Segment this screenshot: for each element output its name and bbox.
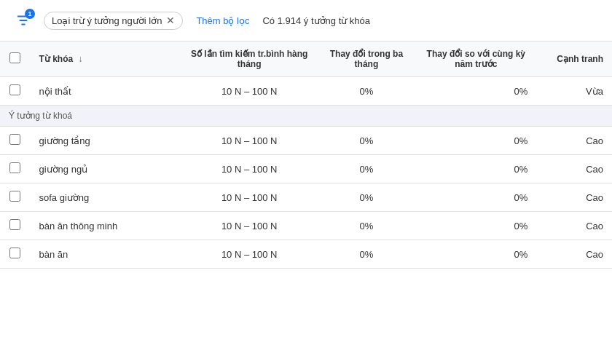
row-change-3m: 0% [318, 127, 416, 155]
row-keyword: bàn ăn thông minh [30, 212, 181, 240]
table-row: bàn ăn thông minh 10 N – 100 N 0% 0% Cao [0, 212, 612, 240]
row-competition: Cao [536, 183, 612, 212]
row-yoy: 0% [415, 155, 536, 183]
add-filter-button[interactable]: Thêm bộ lọc [192, 12, 254, 29]
table-row: bàn ăn 10 N – 100 N 0% 0% Cao [0, 240, 612, 269]
row-competition: Cao [536, 155, 612, 183]
row-search-volume: 10 N – 100 N [181, 77, 318, 106]
row-keyword: giường ngủ [30, 155, 181, 183]
row-change-3m: 0% [318, 212, 416, 240]
row-checkbox-cell[interactable] [0, 77, 30, 106]
row-search-volume: 10 N – 100 N [181, 183, 318, 212]
result-count: Có 1.914 ý tưởng từ khóa [262, 15, 370, 26]
row-checkbox-cell[interactable] [0, 127, 30, 155]
row-yoy: 0% [415, 240, 536, 269]
row-competition: Vừa [536, 77, 612, 106]
row-search-volume: 10 N – 100 N [181, 127, 318, 155]
filter-chip-close[interactable]: ✕ [166, 15, 175, 25]
table-container: Từ khóa ↓ Số lần tìm kiếm tr.bình hàng t… [0, 41, 612, 364]
filter-chip[interactable]: Loại trừ ý tưởng người lớn ✕ [44, 12, 183, 30]
row-competition: Cao [536, 127, 612, 155]
row-change-3m: 0% [318, 77, 416, 106]
row-checkbox[interactable] [9, 84, 20, 95]
row-search-volume: 10 N – 100 N [181, 240, 318, 269]
col-header-checkbox[interactable] [0, 41, 30, 77]
row-checkbox[interactable] [9, 248, 20, 258]
row-competition: Cao [536, 212, 612, 240]
row-keyword: bàn ăn [30, 240, 181, 269]
col-header-change-3m: Thay đổi trong ba tháng [318, 41, 416, 77]
table-row: giường ngủ 10 N – 100 N 0% 0% Cao [0, 155, 612, 183]
row-checkbox[interactable] [9, 134, 20, 145]
row-keyword: nội thất [30, 77, 181, 106]
filter-chip-label: Loại trừ ý tưởng người lớn [52, 15, 162, 26]
table-row: sofa giường 10 N – 100 N 0% 0% Cao [0, 183, 612, 212]
row-keyword: sofa giường [30, 183, 181, 212]
row-yoy: 0% [415, 127, 536, 155]
row-change-3m: 0% [318, 183, 416, 212]
row-change-3m: 0% [318, 240, 416, 269]
row-change-3m: 0% [318, 155, 416, 183]
row-search-volume: 10 N – 100 N [181, 155, 318, 183]
filter-badge: 1 [25, 9, 35, 19]
table-header-row: Từ khóa ↓ Số lần tìm kiếm tr.bình hàng t… [0, 41, 612, 77]
row-checkbox[interactable] [9, 219, 20, 230]
row-yoy: 0% [415, 183, 536, 212]
select-all-checkbox[interactable] [9, 52, 20, 63]
row-checkbox-cell[interactable] [0, 183, 30, 212]
col-header-yoy: Thay đổi so với cùng kỳ năm trước [415, 41, 536, 77]
table-body: nội thất 10 N – 100 N 0% 0% Vừa Ý tưởng … [0, 77, 612, 269]
row-yoy: 0% [415, 212, 536, 240]
row-checkbox-cell[interactable] [0, 240, 30, 269]
table-row: nội thất 10 N – 100 N 0% 0% Vừa [0, 77, 612, 106]
row-yoy: 0% [415, 77, 536, 106]
row-checkbox[interactable] [9, 162, 20, 173]
section-header-row: Ý tưởng từ khoá [0, 106, 612, 127]
filter-icon-button[interactable]: 1 [12, 9, 35, 32]
keywords-table: Từ khóa ↓ Số lần tìm kiếm tr.bình hàng t… [0, 41, 612, 269]
section-header-label: Ý tưởng từ khoá [0, 106, 612, 127]
toolbar: 1 Loại trừ ý tưởng người lớn ✕ Thêm bộ l… [0, 0, 612, 41]
row-competition: Cao [536, 240, 612, 269]
col-header-competition: Cạnh tranh [536, 41, 612, 77]
row-keyword: giường tầng [30, 127, 181, 155]
row-checkbox-cell[interactable] [0, 155, 30, 183]
row-checkbox-cell[interactable] [0, 212, 30, 240]
col-header-keyword[interactable]: Từ khóa ↓ [30, 41, 181, 77]
table-row: giường tầng 10 N – 100 N 0% 0% Cao [0, 127, 612, 155]
row-search-volume: 10 N – 100 N [181, 212, 318, 240]
col-header-search-volume: Số lần tìm kiếm tr.bình hàng tháng [181, 41, 318, 77]
sort-icon: ↓ [78, 54, 82, 64]
row-checkbox[interactable] [9, 191, 20, 202]
